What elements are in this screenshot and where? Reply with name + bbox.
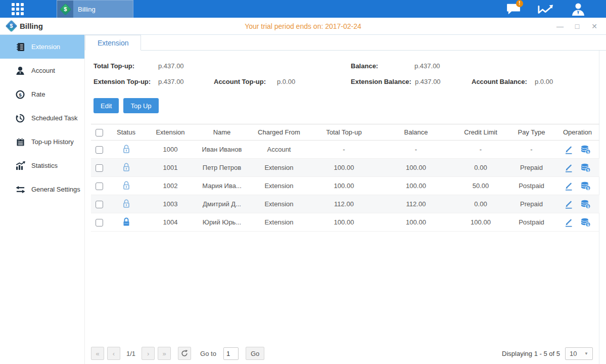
extension-table: Status Extension Name Charged From Total… [91, 124, 599, 232]
cell-total-topup: - [310, 141, 378, 159]
tab-extension[interactable]: Extension [85, 35, 141, 51]
page-indicator: 1/1 [126, 350, 135, 357]
edit-button[interactable]: Edit [94, 98, 119, 113]
history-clock-icon [15, 113, 25, 123]
edit-row-icon[interactable] [564, 181, 573, 191]
table-row: 1002 Мария Ива... Extension 100.00 100.0… [91, 177, 599, 195]
table-actions: Edit Top Up [91, 98, 599, 113]
maximize-button[interactable]: □ [573, 23, 582, 30]
col-name: Name [196, 124, 248, 141]
select-all-checkbox[interactable] [96, 129, 103, 136]
sidebar-item-label: General Settings [31, 186, 80, 193]
lock-closed-icon [122, 217, 130, 226]
table-row: 1003 Дмитрий Д... Extension 112.00 112.0… [91, 195, 599, 213]
cell-pay-type: Prepaid [507, 195, 555, 213]
row-checkbox[interactable] [96, 201, 103, 208]
cell-charged-from: Extension [248, 195, 310, 213]
cell-name: Мария Ива... [196, 177, 248, 195]
user-account-button[interactable] [570, 3, 587, 16]
sidebar-item-label: Extension [31, 43, 60, 51]
cell-total-topup: 100.00 [310, 177, 378, 195]
cell-name: Иван Иванов [196, 141, 248, 159]
billing-window-logo-icon: $ [5, 20, 17, 32]
edit-row-icon[interactable] [564, 163, 573, 172]
table-footer: « ‹ 1/1 › » Go to Go [91, 347, 593, 360]
sidebar-item-rate[interactable]: $ Rate [0, 82, 84, 106]
topup-row-icon[interactable]: $ [581, 200, 591, 209]
go-button[interactable]: Go [246, 347, 264, 360]
svg-text:$: $ [19, 92, 22, 97]
os-top-bar: $ Billing ! [0, 0, 606, 18]
sidebar-item-extension[interactable]: Extension [0, 35, 84, 59]
cell-balance: 100.00 [378, 177, 454, 195]
col-charged-from: Charged From [248, 124, 310, 141]
displaying-count: Displaying 1 - 5 of 5 [502, 350, 560, 357]
first-page-button[interactable]: « [91, 347, 104, 360]
cell-total-topup: 100.00 [310, 159, 378, 177]
sidebar-item-label: Account [31, 67, 55, 74]
topup-button[interactable]: Top Up [123, 98, 158, 113]
topup-row-icon[interactable]: $ [581, 218, 591, 227]
edit-row-icon[interactable] [564, 218, 573, 227]
row-checkbox[interactable] [96, 164, 103, 172]
cell-credit-limit: 0.00 [454, 159, 507, 177]
calendar-notepad-icon [15, 137, 25, 147]
sidebar-item-topup-history[interactable]: Top-up History [0, 130, 84, 154]
page-size-select[interactable]: 10 ▼ [565, 347, 593, 360]
col-total-topup: Total Top-up [310, 124, 378, 141]
taskbar-tab-billing[interactable]: $ Billing [57, 0, 133, 18]
prev-page-button[interactable]: ‹ [107, 347, 120, 360]
cell-credit-limit: - [454, 141, 507, 159]
topup-row-icon[interactable]: $ [581, 145, 591, 154]
app-launcher-button[interactable] [0, 0, 35, 18]
cell-extension: 1001 [145, 159, 196, 177]
topup-row-icon[interactable]: $ [581, 163, 591, 172]
taskbar-tab-label: Billing [78, 6, 96, 13]
sidebar-nav: Extension Account $ Rate Scheduled Task [0, 35, 85, 364]
row-checkbox[interactable] [96, 219, 103, 226]
close-button[interactable]: ✕ [590, 23, 599, 30]
trial-period-notice: Your trial period ends on: 2017-02-24 [0, 22, 606, 30]
chevron-down-icon: ▼ [584, 351, 588, 356]
sidebar-item-scheduled-task[interactable]: Scheduled Task [0, 106, 84, 130]
row-checkbox[interactable] [96, 183, 103, 190]
cell-pay-type: - [507, 141, 555, 159]
edit-row-icon[interactable] [564, 145, 573, 154]
cell-total-topup: 112.00 [310, 195, 378, 213]
balance-value: p.437.00 [414, 62, 440, 70]
notification-badge: ! [516, 0, 523, 7]
balance-summary: Total Top-up: p.437.00 Balance: p.437.00… [91, 59, 599, 90]
sidebar-item-label: Statistics [31, 162, 58, 169]
refresh-button[interactable] [178, 347, 191, 360]
extension-topup-label: Extension Top-up: [94, 78, 151, 85]
window-title: Billing [20, 22, 43, 30]
cell-balance: 100.00 [378, 159, 454, 177]
apps-grid-icon [12, 3, 24, 15]
account-topup-label: Account Top-up: [214, 78, 266, 85]
sidebar-item-statistics[interactable]: Statistics [0, 154, 84, 177]
billing-dollar-icon: $ [59, 3, 71, 15]
row-checkbox[interactable] [96, 146, 103, 154]
content-tab-strip: Extension [85, 35, 606, 51]
cell-extension: 1000 [145, 141, 196, 159]
billing-app-window: $ Billing ! [0, 0, 606, 364]
cell-name: Дмитрий Д... [196, 195, 248, 213]
goto-page-input[interactable] [223, 347, 239, 360]
cell-extension: 1002 [145, 177, 196, 195]
account-balance-label: Account Balance: [472, 78, 527, 85]
table-row: 1001 Петр Петров Extension 100.00 100.00… [91, 159, 599, 177]
last-page-button[interactable]: » [158, 347, 171, 360]
cell-name: Юрий Юрь... [196, 213, 248, 232]
minimize-button[interactable]: — [555, 23, 565, 30]
next-page-button[interactable]: › [142, 347, 155, 360]
topup-row-icon[interactable]: $ [581, 181, 591, 191]
notifications-button[interactable]: ! [505, 3, 522, 16]
edit-row-icon[interactable] [564, 200, 573, 209]
cell-credit-limit: 0.00 [454, 195, 507, 213]
extension-table-body: 1000 Иван Иванов Account - - - - [91, 141, 599, 232]
sidebar-item-account[interactable]: Account [0, 59, 84, 82]
reports-button[interactable] [537, 3, 554, 16]
person-icon [15, 66, 25, 76]
sidebar-item-general-settings[interactable]: General Settings [0, 177, 84, 201]
sidebar-item-label: Scheduled Task [31, 114, 78, 122]
